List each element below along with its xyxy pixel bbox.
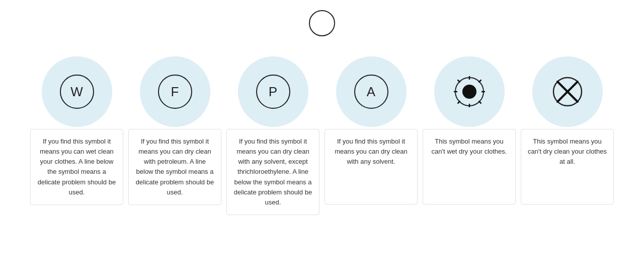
card-A: A If you find this symbol it means you c… — [325, 56, 418, 205]
icon-bubble-no-wet-dry — [434, 56, 505, 127]
card-P: P If you find this symbol it means you c… — [226, 56, 319, 215]
svg-line-7 — [478, 101, 481, 104]
svg-line-8 — [478, 80, 481, 83]
description-text-no-wet-dry: This symbol means you can't wet dry your… — [432, 138, 507, 155]
card-no-wet-dry: This symbol means you can't wet dry your… — [423, 56, 516, 205]
description-text-A: If you find this symbol it means you can… — [335, 138, 408, 165]
cards-container: W If you find this symbol it means you c… — [20, 56, 624, 215]
description-text-no-dry-clean: This symbol means you can't dry clean yo… — [528, 138, 607, 165]
icon-bubble-A: A — [336, 56, 407, 127]
svg-line-6 — [457, 80, 460, 83]
description-W: If you find this symbol it means you can… — [30, 129, 123, 205]
description-A: If you find this symbol it means you can… — [325, 129, 418, 205]
symbol-W: W — [60, 75, 94, 109]
icon-bubble-P: P — [238, 56, 308, 127]
description-P: If you find this symbol it means you can… — [226, 129, 319, 215]
no-wet-dry-icon — [452, 75, 487, 109]
icon-bubble-F: F — [140, 56, 210, 127]
svg-line-9 — [457, 101, 460, 104]
svg-point-1 — [462, 85, 476, 99]
decorative-top-circle — [309, 10, 335, 36]
description-text-F: If you find this symbol it means you can… — [136, 138, 214, 196]
card-F: F If you find this symbol it means you c… — [128, 56, 221, 205]
description-text-P: If you find this symbol it means you can… — [234, 138, 312, 206]
symbol-A: A — [354, 75, 388, 109]
icon-bubble-no-dry-clean — [532, 56, 603, 127]
description-F: If you find this symbol it means you can… — [128, 129, 221, 205]
icon-bubble-W: W — [42, 56, 112, 127]
symbol-F: F — [158, 75, 192, 109]
symbol-P: P — [256, 75, 290, 109]
no-dry-clean-icon — [550, 75, 585, 109]
card-no-dry-clean: This symbol means you can't dry clean yo… — [521, 56, 614, 205]
card-W: W If you find this symbol it means you c… — [30, 56, 123, 205]
description-no-dry-clean: This symbol means you can't dry clean yo… — [521, 129, 614, 205]
description-text-W: If you find this symbol it means you can… — [38, 138, 116, 196]
description-no-wet-dry: This symbol means you can't wet dry your… — [423, 129, 516, 205]
